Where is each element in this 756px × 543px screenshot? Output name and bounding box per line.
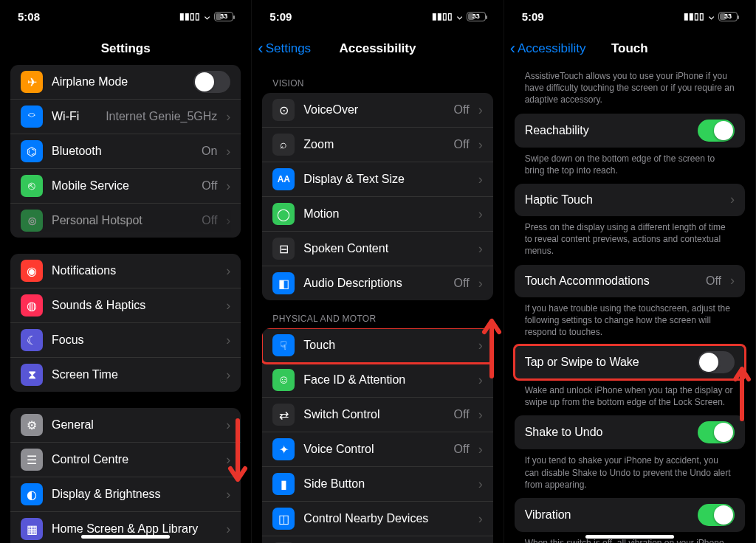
reachability-row[interactable]: Reachability: [515, 114, 745, 148]
list-item[interactable]: ☟Touch›: [262, 328, 492, 363]
back-button[interactable]: ‹ Accessibility: [510, 41, 586, 57]
chevron-right-icon: ›: [478, 207, 483, 222]
chevron-right-icon: ›: [478, 338, 483, 353]
status-bar: 5:08 ▮▮▯▯ ⌵ 33: [0, 0, 251, 32]
signal-icon: ▮▮▯▯: [432, 11, 453, 21]
vision-group: ⊙VoiceOverOff›⌕ZoomOff›AADisplay & Text …: [262, 93, 492, 300]
settings-group-connectivity: ✈Airplane Mode⌔Wi-FiInternet Genie_5GHz›…: [10, 65, 241, 238]
list-item[interactable]: ☺Face ID & Attention›: [262, 363, 492, 398]
chevron-right-icon: ›: [226, 109, 230, 125]
chevron-right-icon: ›: [730, 192, 735, 207]
vibration-toggle[interactable]: [698, 504, 735, 526]
settings-group-general: ⚙General›☰Control Centre›◐Display & Brig…: [10, 408, 241, 543]
faceid-icon: ☺: [272, 369, 295, 391]
list-item[interactable]: ▯Apple TV Remote›: [262, 536, 492, 543]
row-value: Off: [454, 103, 470, 117]
chevron-right-icon: ›: [478, 103, 483, 118]
row-value: Off: [202, 214, 217, 227]
row-label: Motion: [303, 207, 469, 221]
status-time: 5:09: [269, 10, 292, 23]
list-item[interactable]: ⚙General›: [10, 408, 241, 443]
tap-swipe-wake-toggle[interactable]: [698, 351, 735, 373]
row-label: Airplane Mode: [52, 75, 185, 89]
touch-accommodations-row[interactable]: Touch Accommodations Off ›: [515, 265, 745, 297]
chevron-left-icon: ‹: [258, 41, 263, 57]
status-bar: 5:09 ▮▮▯▯ ⌵ 33: [504, 0, 755, 32]
shake-undo-row[interactable]: Shake to Undo: [515, 415, 745, 449]
list-item[interactable]: ◍Sounds & Haptics›: [10, 288, 241, 323]
chevron-right-icon: ›: [478, 137, 483, 153]
row-label: Wi-Fi: [52, 110, 97, 123]
settings-group-notifications: ◉Notifications›◍Sounds & Haptics›☾Focus›…: [10, 254, 241, 392]
voicecontrol-icon: ✦: [272, 438, 295, 460]
list-item[interactable]: ◉Notifications›: [10, 254, 241, 288]
battery-icon: 33: [214, 12, 233, 21]
display-icon: ◐: [21, 483, 43, 505]
home-indicator: [585, 535, 674, 539]
row-label: Sounds & Haptics: [52, 299, 217, 312]
haptic-description: Press on the display using a different l…: [515, 216, 745, 265]
list-item[interactable]: ⊙VoiceOverOff›: [262, 93, 492, 128]
list-item[interactable]: ⇄Switch ControlOff›: [262, 398, 492, 432]
list-item[interactable]: ☾Focus›: [10, 323, 241, 358]
wifi-icon: ⌵: [457, 11, 462, 21]
list-item[interactable]: ✦Voice ControlOff›: [262, 432, 492, 467]
list-item[interactable]: ⊟Spoken Content›: [262, 232, 492, 266]
list-item[interactable]: ◧Audio DescriptionsOff›: [262, 266, 492, 300]
nav-header: Settings: [0, 32, 251, 65]
list-item[interactable]: ⊚Personal HotspotOff›: [10, 204, 241, 238]
list-item[interactable]: ⌬BluetoothOn›: [10, 134, 241, 169]
shake-undo-toggle[interactable]: [698, 421, 735, 443]
list-item[interactable]: ☰Control Centre›: [10, 443, 241, 477]
antenna-icon: ⎋: [21, 175, 43, 197]
list-item[interactable]: ✈Airplane Mode: [10, 65, 241, 100]
row-label: Screen Time: [52, 368, 217, 381]
list-item[interactable]: ⎋Mobile ServiceOff›: [10, 169, 241, 204]
tap-swipe-wake-row[interactable]: Tap or Swipe to Wake: [515, 345, 745, 379]
list-item[interactable]: ⧗Screen Time›: [10, 358, 241, 392]
reachability-toggle[interactable]: [698, 120, 735, 142]
list-item[interactable]: AADisplay & Text Size›: [262, 162, 492, 197]
physical-group: ☟Touch›☺Face ID & Attention›⇄Switch Cont…: [262, 328, 492, 543]
chevron-right-icon: ›: [226, 367, 230, 383]
row-value: Off: [454, 277, 470, 290]
status-indicators: ▮▮▯▯ ⌵ 33: [179, 11, 233, 21]
nearby-icon: ◫: [272, 508, 295, 530]
status-bar: 5:09 ▮▮▯▯ ⌵ 33: [252, 0, 503, 32]
row-label: Audio Descriptions: [303, 277, 444, 290]
chevron-right-icon: ›: [226, 333, 230, 348]
audiodesc-icon: ◧: [272, 272, 295, 294]
section-header-physical: PHYSICAL AND MOTOR: [262, 300, 492, 328]
switches-icon: ☰: [21, 449, 43, 471]
chevron-right-icon: ›: [478, 373, 483, 388]
toggle[interactable]: [193, 71, 230, 93]
bell-icon: ◉: [21, 260, 43, 282]
haptic-touch-row[interactable]: Haptic Touch ›: [515, 184, 745, 216]
row-label: Switch Control: [303, 408, 444, 421]
shake-description: If you tend to shake your iPhone by acci…: [515, 449, 745, 498]
row-value: Off: [454, 443, 470, 456]
row-label: Focus: [52, 333, 217, 347]
list-item[interactable]: ⌔Wi-FiInternet Genie_5GHz›: [10, 100, 241, 134]
chevron-right-icon: ›: [226, 418, 230, 433]
chevron-right-icon: ›: [478, 511, 483, 527]
row-label: Touch: [303, 339, 469, 352]
list-item[interactable]: ◐Display & Brightness›: [10, 477, 241, 512]
motion-icon: ◯: [272, 203, 295, 225]
list-item[interactable]: ⌕ZoomOff›: [262, 128, 492, 162]
battery-icon: 33: [718, 12, 738, 21]
vibration-row[interactable]: Vibration: [515, 498, 745, 532]
list-item[interactable]: ◫Control Nearby Devices›: [262, 502, 492, 536]
hourglass-icon: ⧗: [21, 364, 43, 386]
chevron-right-icon: ›: [478, 276, 483, 291]
back-button[interactable]: ‹ Settings: [258, 41, 311, 57]
chevron-right-icon: ›: [226, 179, 230, 194]
switch-icon: ⇄: [272, 404, 295, 426]
zoom-icon: ⌕: [272, 134, 295, 156]
signal-icon: ▮▮▯▯: [684, 11, 704, 21]
touch-screen: 5:09 ▮▮▯▯ ⌵ 33 ‹ Accessibility Touch Ass…: [504, 0, 756, 543]
row-value: Off: [202, 179, 217, 193]
list-item[interactable]: ▮Side Button›: [262, 467, 492, 502]
list-item[interactable]: ◯Motion›: [262, 197, 492, 232]
row-label: Control Centre: [52, 453, 217, 466]
